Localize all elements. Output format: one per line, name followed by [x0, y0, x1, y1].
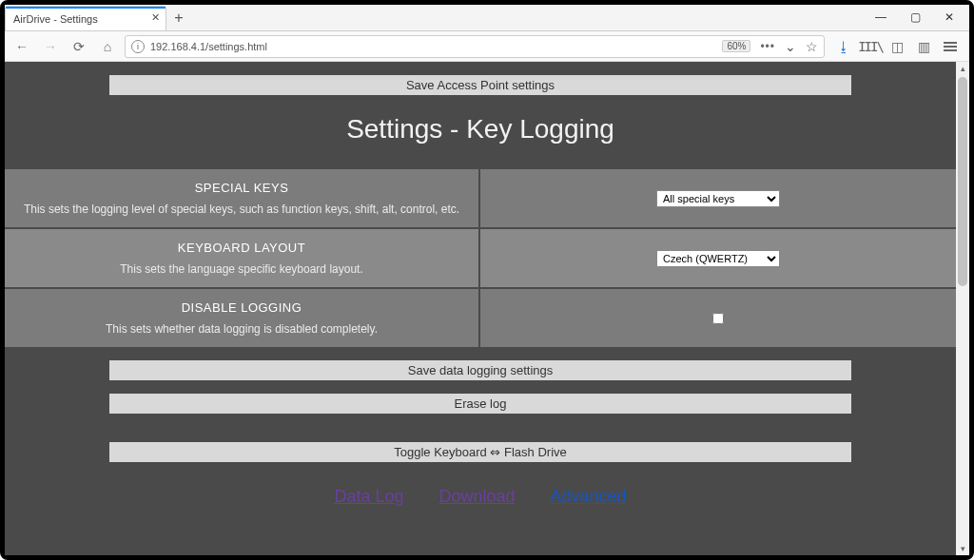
toolbar-right: ⭳ III\ ◫ ▥ [830, 39, 964, 54]
disable-logging-checkbox[interactable] [712, 313, 724, 324]
toggle-keyboard-flash-button[interactable]: Toggle Keyboard ⇔ Flash Drive [109, 442, 851, 462]
close-window-button[interactable]: ✕ [933, 7, 965, 28]
row-special-keys: SPECIAL KEYS This sets the logging level… [5, 167, 956, 227]
disable-logging-label: DISABLE LOGGING [14, 300, 469, 315]
browser-window: AirDrive - Settings ✕ + — ▢ ✕ ← → ⟳ ⌂ i … [0, 0, 974, 560]
save-access-point-button[interactable]: Save Access Point settings [109, 75, 851, 95]
disable-logging-desc: This sets whether data logging is disabl… [14, 322, 469, 336]
minimize-button[interactable]: — [865, 7, 897, 28]
url-bar[interactable]: i 192.168.4.1/settings.html 60% ••• ⌄ ☆ [125, 35, 825, 58]
scroll-down-button[interactable]: ▾ [956, 542, 969, 555]
window-controls: — ▢ ✕ [865, 7, 965, 28]
reload-button[interactable]: ⟳ [68, 35, 90, 58]
tab-title: AirDrive - Settings [13, 13, 98, 25]
footer-links: Data Log Download Advanced [5, 487, 956, 507]
new-tab-button[interactable]: + [166, 6, 191, 30]
pocket-icon[interactable]: ⌄ [785, 39, 796, 54]
special-keys-desc: This sets the logging level of special k… [14, 203, 469, 216]
home-button[interactable]: ⌂ [96, 35, 119, 58]
page-actions-icon[interactable]: ••• [760, 40, 775, 53]
tab-strip: AirDrive - Settings ✕ + — ▢ ✕ [5, 5, 969, 31]
special-keys-select[interactable]: All special keys [656, 190, 780, 207]
keyboard-layout-select[interactable]: Czech (QWERTZ) [656, 250, 780, 267]
close-tab-icon[interactable]: ✕ [151, 11, 160, 24]
sidebar-icon[interactable]: ▥ [916, 39, 931, 54]
link-download[interactable]: Download [438, 487, 515, 506]
site-info-icon[interactable]: i [131, 40, 145, 53]
erase-log-button[interactable]: Erase log [109, 394, 851, 414]
downloads-icon[interactable]: ⭳ [836, 39, 851, 54]
library-icon[interactable]: III\ [863, 39, 878, 54]
scroll-up-button[interactable]: ▴ [956, 62, 969, 75]
zoom-indicator[interactable]: 60% [722, 40, 750, 52]
forward-button[interactable]: → [39, 35, 62, 58]
link-data-log[interactable]: Data Log [334, 487, 403, 506]
scrollbar-track[interactable]: ▴ ▾ [956, 62, 969, 555]
extension-icon[interactable]: ◫ [889, 39, 905, 54]
keyboard-layout-label: KEYBOARD LAYOUT [14, 241, 469, 255]
page-title: Settings - Key Logging [5, 114, 956, 145]
url-text: 192.168.4.1/settings.html [150, 41, 267, 52]
menu-icon[interactable] [943, 39, 958, 54]
maximize-button[interactable]: ▢ [899, 7, 931, 28]
settings-table: SPECIAL KEYS This sets the logging level… [5, 167, 956, 347]
page-viewport: Save Access Point settings Settings - Ke… [5, 62, 969, 555]
tab-active-indicator [6, 7, 166, 9]
scrollbar-thumb[interactable] [958, 77, 967, 286]
back-button[interactable]: ← [10, 35, 33, 58]
page-content: Save Access Point settings Settings - Ke… [5, 62, 956, 555]
link-advanced[interactable]: Advanced [551, 487, 627, 506]
browser-tab[interactable]: AirDrive - Settings ✕ [5, 6, 166, 30]
save-data-logging-button[interactable]: Save data logging settings [109, 360, 851, 380]
special-keys-label: SPECIAL KEYS [14, 181, 469, 195]
nav-bar: ← → ⟳ ⌂ i 192.168.4.1/settings.html 60% … [5, 31, 969, 62]
row-disable-logging: DISABLE LOGGING This sets whether data l… [5, 287, 956, 347]
bookmark-star-icon[interactable]: ☆ [806, 39, 818, 54]
keyboard-layout-desc: This sets the language specific keyboard… [14, 262, 469, 276]
row-keyboard-layout: KEYBOARD LAYOUT This sets the language s… [5, 227, 956, 287]
url-right-controls: 60% ••• ⌄ ☆ [722, 39, 818, 54]
